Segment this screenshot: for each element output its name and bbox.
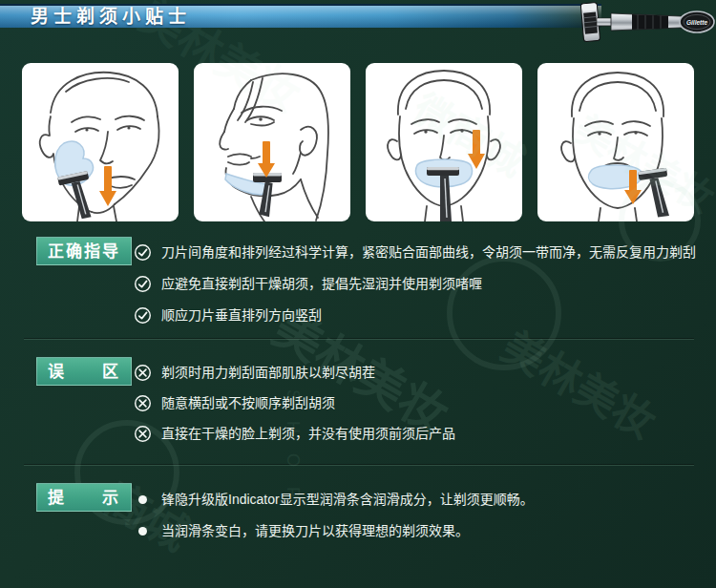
face-illustration-cheek [22,63,179,221]
illustration-panel-shave-upper-lip [366,63,522,221]
face-illustration-chin [537,63,694,221]
section-correct-guidance: 正确指导 刀片间角度和排列经过科学计算，紧密贴合面部曲线，令胡须一带而净，无需反… [36,237,705,337]
razor-product-image: Gillette [575,0,716,44]
brand-logo-text: Gillette [686,19,707,26]
section-label-correct-guidance: 正确指导 [36,237,132,265]
list-item: 应避免直接剃刮干燥胡须，提倡先湿润并使用剃须啫喱 [134,274,705,293]
section-divider [24,339,694,340]
list-item: 剃须时用力剃刮面部肌肤以剃尽胡茬 [134,363,705,382]
section-tips: 提 示 锋隐升级版Indicator显示型润滑条含润滑成分，让剃须更顺畅。 当润… [36,483,705,553]
tip-text: 剃须时用力剃刮面部肌肤以剃尽胡茬 [161,363,375,382]
list-item: 当润滑条变白，请更换刀片以获得理想的剃须效果。 [134,521,705,540]
arrow-down-icon [99,166,116,206]
tip-text: 刀片间角度和排列经过科学计算，紧密贴合面部曲线，令胡须一带而净，无需反复用力剃刮 [161,242,696,262]
tip-text: 直接在干燥的脸上剃须，并没有使用须前须后产品 [161,424,455,443]
list-item: 直接在干燥的脸上剃须，并没有使用须前须后产品 [134,424,705,443]
check-circle-icon [134,275,152,293]
razor-icon [57,171,96,221]
tip-text: 锋隐升级版Indicator显示型润滑条含润滑成分，让剃须更顺畅。 [161,490,534,509]
shaving-tips-infographic: 男士剃须小贴士 Gillette [0,0,716,588]
arrow-down-icon [258,141,275,178]
bullet-dot-icon [138,495,147,504]
list-item: 刀片间角度和排列经过科学计算，紧密贴合面部曲线，令胡须一带而净，无需反复用力剃刮 [134,242,705,262]
check-circle-icon [134,306,152,325]
tip-text: 当润滑条变白，请更换刀片以获得理想的剃须效果。 [161,521,469,540]
illustration-panel-shave-jawline [194,63,350,221]
check-circle-icon [134,243,152,262]
face-illustration-upper-lip [366,63,522,221]
cross-circle-icon [134,364,152,382]
arrow-down-icon [468,130,485,169]
section-label-tips: 提 示 [36,483,132,512]
list-item: 随意横刮或不按顺序剃刮胡须 [134,393,705,412]
illustration-panel-shave-chin [537,63,694,221]
section-divider [24,465,694,466]
face-illustration-jawline [194,63,350,221]
razor-neck [597,18,612,26]
tip-text: 应避免直接剃刮干燥胡须，提倡先湿润并使用剃须啫喱 [161,274,482,293]
tip-text: 顺应刀片垂直排列方向竖刮 [161,305,322,325]
header-bar: 男士剃须小贴士 [0,4,601,28]
list-item: 顺应刀片垂直排列方向竖刮 [134,305,705,325]
section-misconceptions: 误 区 剃须时用力剃刮面部肌肤以剃尽胡茬 随意横刮或不按顺序剃刮胡须 直接在干燥… [36,357,705,454]
cross-circle-icon [134,425,152,443]
illustration-panel-shave-cheek [22,63,179,221]
list-item: 锋隐升级版Indicator显示型润滑条含润滑成分，让剃须更顺畅。 [134,490,705,509]
cross-circle-icon [134,394,152,412]
bullet-dot-icon [138,527,147,536]
page-title: 男士剃须小贴士 [31,6,191,29]
tip-text: 随意横刮或不按顺序剃刮胡须 [161,393,335,412]
razor-icon [427,167,459,221]
section-label-misconceptions: 误 区 [36,357,132,386]
